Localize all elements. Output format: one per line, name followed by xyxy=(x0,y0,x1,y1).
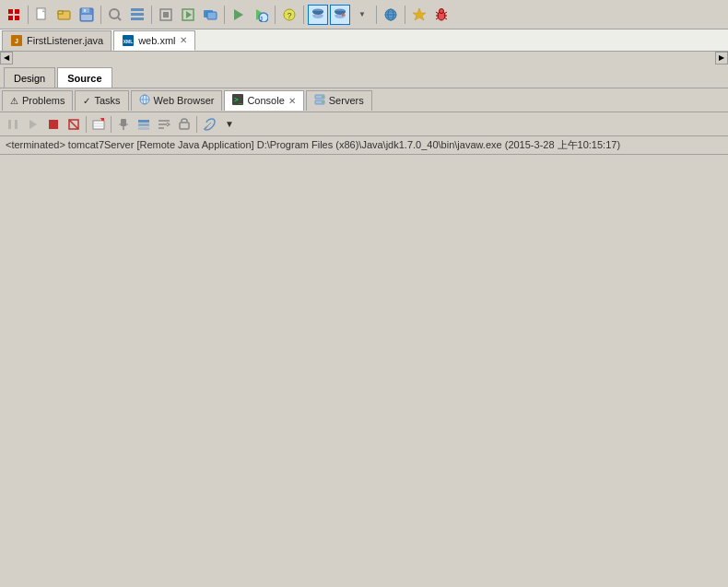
toolbar-sep-8 xyxy=(405,6,405,24)
toolbar-btn-1[interactable] xyxy=(4,5,24,25)
problems-icon: ⚠ xyxy=(10,96,18,106)
scroll-right[interactable]: ▶ xyxy=(715,52,728,65)
tab-problems-label: Problems xyxy=(22,95,65,106)
tab-tasks[interactable]: ✓ Tasks xyxy=(75,90,128,111)
tab-web-xml[interactable]: XML web.xml ✕ xyxy=(113,30,194,51)
svg-marker-38 xyxy=(413,8,426,20)
java-file-icon: J xyxy=(10,34,23,47)
svg-rect-17 xyxy=(131,18,144,20)
toolbar-btn-db2[interactable] xyxy=(330,5,350,25)
panel-btn-stack[interactable] xyxy=(135,115,153,134)
tab-console[interactable]: >_ Console ✕ xyxy=(224,90,303,111)
console-status: <terminated> tomcat7Server [Remote Java … xyxy=(0,136,728,155)
svg-point-58 xyxy=(322,96,323,98)
console-status-text: <terminated> tomcat7Server [Remote Java … xyxy=(6,139,620,150)
svg-rect-1 xyxy=(15,9,19,14)
panel-btn-stop[interactable] xyxy=(44,115,63,134)
tab-first-listener[interactable]: J FirstListener.java xyxy=(2,30,112,51)
toolbar-sep-4 xyxy=(224,6,225,24)
panel-sep-3 xyxy=(196,116,197,133)
tab-tasks-label: Tasks xyxy=(94,95,120,106)
tab-design-label: Design xyxy=(14,73,45,84)
tab-problems[interactable]: ⚠ Problems xyxy=(2,90,73,111)
toolbar-btn-arrow[interactable]: ▼ xyxy=(352,5,372,25)
scroll-track[interactable] xyxy=(13,52,715,65)
svg-marker-62 xyxy=(29,120,37,129)
tasks-icon: ✓ xyxy=(83,96,90,106)
tab-servers[interactable]: Servers xyxy=(306,90,372,111)
panel-btn-pin[interactable] xyxy=(114,115,133,134)
toolbar-btn-bug[interactable] xyxy=(431,5,452,25)
toolbar-btn-9[interactable] xyxy=(200,5,220,25)
bottom-panel: ⚠ Problems ✓ Tasks Web Browser >_ Consol… xyxy=(0,88,728,155)
panel-btn-more[interactable]: ▼ xyxy=(220,115,239,134)
svg-marker-24 xyxy=(234,9,243,20)
editor-tab-bar: J FirstListener.java XML web.xml ✕ xyxy=(0,29,728,52)
tab-console-close[interactable]: ✕ xyxy=(288,96,296,106)
svg-point-59 xyxy=(322,101,323,103)
toolbar-btn-globe[interactable] xyxy=(381,5,401,25)
svg-rect-2 xyxy=(8,16,13,20)
toolbar-btn-new[interactable] xyxy=(32,5,53,25)
tab-web-browser-label: Web Browser xyxy=(154,95,215,106)
panel-btn-terminate[interactable] xyxy=(65,115,83,134)
svg-rect-79 xyxy=(180,123,189,129)
svg-rect-11 xyxy=(84,9,86,12)
svg-rect-0 xyxy=(8,9,13,14)
tab-design[interactable]: Design xyxy=(4,67,55,88)
web-browser-icon xyxy=(139,94,150,107)
view-tab-bar: Design Source xyxy=(0,65,728,88)
toolbar-btn-12[interactable]: ? xyxy=(279,5,299,25)
svg-rect-61 xyxy=(15,120,18,129)
panel-btn-clear[interactable] xyxy=(89,115,108,134)
svg-line-80 xyxy=(207,123,211,126)
panel-btn-resume[interactable] xyxy=(24,115,42,134)
tab-source-label: Source xyxy=(67,73,101,84)
toolbar-btn-star[interactable] xyxy=(409,5,429,25)
svg-text:J: J xyxy=(259,14,263,22)
panel-btn-link[interactable] xyxy=(200,115,218,134)
toolbar-btn-db[interactable] xyxy=(308,5,328,25)
panel-btn-scroll-lock[interactable] xyxy=(175,115,194,134)
toolbar-btn-7[interactable] xyxy=(156,5,176,25)
tab-web-browser[interactable]: Web Browser xyxy=(131,90,223,111)
toolbar-btn-open[interactable] xyxy=(54,5,75,25)
toolbar-sep-1 xyxy=(28,6,29,24)
tab-source[interactable]: Source xyxy=(57,67,112,88)
toolbar-btn-11[interactable]: J xyxy=(251,5,271,25)
tab-web-xml-label: web.xml xyxy=(138,35,175,46)
editor-scrollbar: ◀ ▶ xyxy=(0,52,728,65)
panel-toolbar: ▼ xyxy=(0,112,728,136)
svg-rect-73 xyxy=(138,120,149,123)
svg-text:>_: >_ xyxy=(234,96,243,104)
scroll-left[interactable]: ◀ xyxy=(0,52,13,65)
svg-rect-19 xyxy=(163,12,169,18)
tab-console-label: Console xyxy=(247,95,284,106)
toolbar-btn-8[interactable] xyxy=(178,5,198,25)
svg-rect-12 xyxy=(81,15,92,20)
svg-text:XML: XML xyxy=(123,39,134,44)
svg-rect-75 xyxy=(138,127,149,130)
tab-web-xml-close[interactable]: ✕ xyxy=(180,35,187,45)
svg-rect-74 xyxy=(138,123,149,126)
svg-text:?: ? xyxy=(287,11,291,20)
toolbar-btn-10[interactable] xyxy=(229,5,249,25)
svg-line-65 xyxy=(69,120,78,129)
svg-rect-66 xyxy=(93,121,104,129)
svg-point-13 xyxy=(110,9,119,18)
svg-rect-3 xyxy=(15,16,19,20)
panel-tab-bar: ⚠ Problems ✓ Tasks Web Browser >_ Consol… xyxy=(0,88,728,112)
svg-rect-8 xyxy=(58,11,63,14)
panel-btn-pause[interactable] xyxy=(4,115,22,134)
svg-text:J: J xyxy=(15,38,18,44)
toolbar-sep-3 xyxy=(151,6,152,24)
console-icon: >_ xyxy=(232,94,243,107)
toolbar-btn-5[interactable] xyxy=(105,5,125,25)
main-toolbar: J ? ▼ xyxy=(0,0,728,29)
svg-rect-23 xyxy=(207,12,217,19)
toolbar-btn-6[interactable] xyxy=(127,5,147,25)
tab-first-listener-label: FirstListener.java xyxy=(27,35,103,46)
panel-btn-wrap[interactable] xyxy=(155,115,173,134)
toolbar-sep-5 xyxy=(275,6,276,24)
toolbar-btn-save[interactable] xyxy=(76,5,97,25)
